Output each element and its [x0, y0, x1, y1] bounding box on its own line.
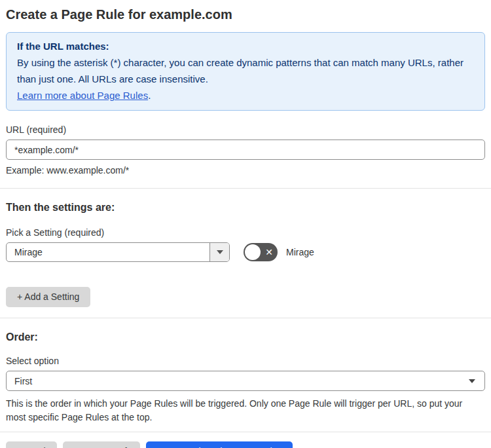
footer-button-row: Cancel Save as Draft Save and Deploy Pag… — [6, 441, 485, 448]
setting-select[interactable]: Mirage — [6, 242, 230, 262]
cancel-button[interactable]: Cancel — [6, 441, 57, 448]
order-helper-text: This is the order in which your Page Rul… — [6, 397, 484, 424]
url-field-label: URL (required) — [6, 124, 485, 136]
divider — [0, 318, 491, 318]
save-as-draft-button[interactable]: Save as Draft — [63, 441, 141, 448]
order-select-label: Select option — [6, 356, 485, 367]
chevron-down-icon — [469, 379, 475, 383]
divider — [0, 188, 491, 189]
settings-section-heading: Then the settings are: — [6, 201, 485, 214]
setting-row: Mirage ✕ Mirage — [6, 242, 485, 262]
mirage-toggle[interactable]: ✕ — [244, 243, 278, 261]
order-select-value: First — [14, 376, 32, 386]
url-example-text: Example: www.example.com/* — [6, 164, 485, 177]
chevron-down-icon — [217, 250, 223, 254]
info-box-heading: If the URL matches: — [17, 38, 474, 54]
toggle-knob — [245, 244, 261, 260]
learn-more-link[interactable]: Learn more about Page Rules — [17, 90, 148, 101]
info-box-link-line: Learn more about Page Rules. — [17, 87, 474, 103]
url-matches-info-box: If the URL matches: By using the asteris… — [6, 32, 485, 111]
setting-select-value: Mirage — [7, 243, 209, 261]
create-page-rule-panel: Create a Page Rule for example.com If th… — [0, 0, 491, 448]
link-suffix: . — [148, 90, 151, 101]
pick-setting-label: Pick a Setting (required) — [6, 227, 485, 238]
toggle-off-x-icon: ✕ — [265, 243, 273, 261]
page-title: Create a Page Rule for example.com — [6, 7, 485, 22]
info-box-body: By using the asterisk (*) character, you… — [17, 54, 474, 87]
url-input[interactable] — [6, 140, 485, 160]
save-and-deploy-button[interactable]: Save and Deploy Page Rule — [146, 441, 293, 448]
add-setting-button[interactable]: + Add a Setting — [6, 287, 90, 307]
toggle-setting-label: Mirage — [286, 247, 314, 257]
divider — [0, 432, 491, 432]
order-section-heading: Order: — [6, 331, 485, 344]
order-select[interactable]: First — [6, 371, 485, 391]
setting-select-arrow-button[interactable] — [209, 243, 229, 261]
